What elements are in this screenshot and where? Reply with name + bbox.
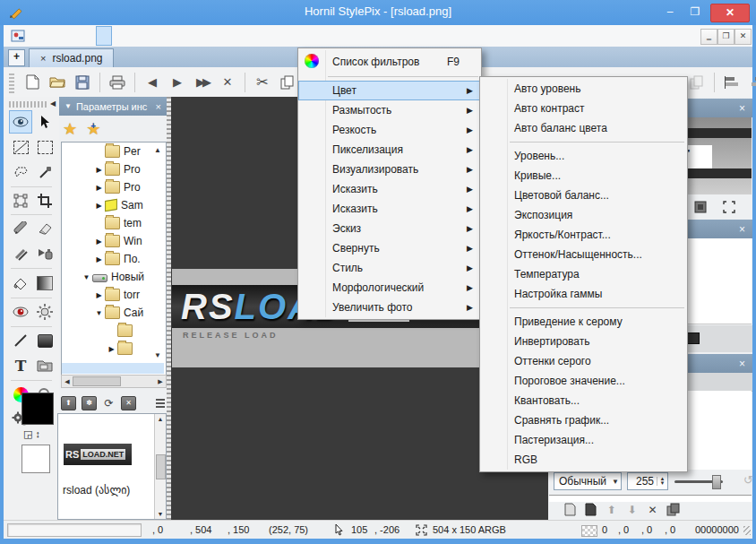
- tree-scroll-down-icon[interactable]: ▼: [154, 351, 161, 359]
- shape-tool-icon[interactable]: [34, 330, 56, 351]
- save-icon[interactable]: [72, 72, 93, 93]
- histogram-close-icon[interactable]: ×: [739, 223, 745, 236]
- menu-bar-item[interactable]: [48, 27, 63, 45]
- select-tool-icon[interactable]: [34, 111, 56, 133]
- lasso-tool-icon[interactable]: [10, 161, 31, 183]
- tree-expand-icon[interactable]: ▶: [94, 255, 104, 263]
- tree-item[interactable]: ▼ Новый: [62, 268, 166, 286]
- print-icon[interactable]: [107, 72, 128, 93]
- menu-item[interactable]: Эскиз ▶: [298, 219, 481, 238]
- submenu-item[interactable]: Приведение к серому: [480, 312, 687, 332]
- thumbnail-rsload[interactable]: RS LOAD.NET: [64, 444, 132, 465]
- folder-up-icon[interactable]: ⬆: [61, 396, 76, 410]
- add-favorite-star-icon[interactable]: ★: [86, 119, 100, 139]
- tree-expand-icon[interactable]: ▶: [94, 291, 104, 299]
- scroll-down-icon[interactable]: ▼: [158, 511, 164, 517]
- menu-bar-item[interactable]: [129, 27, 143, 45]
- tree-expand-icon[interactable]: ▶: [94, 202, 104, 210]
- tree-item[interactable]: ▶ torr: [62, 286, 166, 304]
- tree-item[interactable]: ▶: [62, 340, 166, 358]
- tree-item[interactable]: ▶ Pro: [62, 160, 166, 178]
- submenu-item[interactable]: RGB: [480, 450, 687, 470]
- submenu-item[interactable]: Сравнять график...: [480, 410, 687, 430]
- submenu-item[interactable]: Уровень...: [480, 146, 687, 166]
- menu-item[interactable]: Цвет ▶: [298, 81, 481, 100]
- new-layer-icon[interactable]: [563, 502, 578, 517]
- menu-item[interactable]: [298, 73, 481, 81]
- eyedropper-tool-icon[interactable]: [34, 161, 56, 183]
- paste-special-icon[interactable]: [686, 72, 708, 93]
- align-right-icon[interactable]: [746, 72, 756, 93]
- history-back-icon[interactable]: ◀: [142, 72, 163, 93]
- submenu-item[interactable]: Инвертировать: [480, 332, 687, 351]
- tree-item[interactable]: [62, 322, 166, 340]
- fullscreen-icon[interactable]: [718, 197, 740, 217]
- fast-forward-icon[interactable]: ▶▶: [192, 72, 213, 93]
- submenu-item[interactable]: Яркость/Контраст...: [480, 225, 687, 245]
- tree-horizontal-scrollbar[interactable]: ◀ ▶: [61, 375, 167, 388]
- new-tab-button[interactable]: +: [8, 49, 25, 66]
- menu-bar-item[interactable]: [97, 27, 111, 45]
- minimize-button[interactable]: –: [658, 4, 682, 21]
- tree-expand-icon[interactable]: ▶: [107, 345, 116, 353]
- opacity-slider[interactable]: [674, 480, 723, 483]
- submenu-item[interactable]: Оттенки серого: [480, 351, 687, 371]
- stop-close-icon[interactable]: ✕: [217, 72, 238, 93]
- channel-selector[interactable]: [687, 332, 700, 344]
- new-document-icon[interactable]: [21, 72, 43, 93]
- eraser-tool-icon[interactable]: [34, 218, 56, 239]
- open-file-icon[interactable]: [47, 72, 68, 93]
- submenu-item[interactable]: Авто баланс цвета: [480, 118, 687, 138]
- line-tool-icon[interactable]: [10, 330, 31, 351]
- foreground-color-swatch[interactable]: [21, 393, 54, 425]
- parameters-panel-header[interactable]: ▼ Параметры инс ×: [59, 97, 167, 116]
- submenu-item[interactable]: Авто контраст: [480, 99, 687, 118]
- menu-bar-item[interactable]: [64, 27, 79, 45]
- new-fill-layer-icon[interactable]: [583, 502, 598, 517]
- menu-bar-item[interactable]: [145, 27, 159, 45]
- fill-bucket-tool-icon[interactable]: [10, 272, 31, 294]
- rect-select-tool-icon[interactable]: [34, 136, 56, 158]
- navigator-close-icon[interactable]: ×: [739, 102, 745, 115]
- spinner-buttons[interactable]: ▲ ▼: [657, 477, 667, 486]
- menu-bar-item[interactable]: [113, 27, 127, 45]
- maximize-button[interactable]: ❐: [683, 4, 707, 21]
- panel-splitter[interactable]: [167, 97, 171, 520]
- move-layer-up-icon[interactable]: ⬆: [604, 502, 619, 517]
- background-color-swatch[interactable]: [21, 445, 50, 473]
- tree-item[interactable]: Per: [62, 142, 166, 160]
- freeform-select-tool-icon[interactable]: [10, 136, 31, 158]
- submenu-item[interactable]: Квантовать...: [480, 391, 687, 410]
- copy-icon[interactable]: [277, 72, 298, 93]
- scroll-thumb[interactable]: [73, 376, 121, 386]
- tree-item[interactable]: ▶ Pro: [62, 178, 166, 196]
- tree-scroll-up-icon[interactable]: ▲: [154, 146, 161, 154]
- tree-item[interactable]: ▶ Win: [62, 232, 166, 250]
- menu-bar-item[interactable]: [32, 27, 47, 45]
- folder-options-icon[interactable]: ✽: [82, 396, 97, 410]
- mdi-restore-button[interactable]: ❐: [717, 29, 735, 45]
- toolbar-grip[interactable]: [9, 72, 14, 93]
- play-icon[interactable]: ▶: [167, 72, 188, 93]
- resize-grip[interactable]: [743, 526, 751, 535]
- menu-item[interactable]: Исказить ▶: [298, 179, 481, 199]
- red-eye-tool-icon[interactable]: [10, 301, 31, 323]
- browser-menu-icon[interactable]: [156, 399, 165, 408]
- duplicate-layer-icon[interactable]: [666, 502, 681, 517]
- scroll-thumb[interactable]: [156, 454, 166, 479]
- tree-item[interactable]: ▼ Сай: [62, 304, 166, 322]
- menu-item[interactable]: Морфологический ▶: [298, 278, 481, 298]
- menu-bar-item[interactable]: [81, 27, 95, 45]
- menu-item[interactable]: Исказить ▶: [298, 199, 481, 219]
- clone-stamp-tool-icon[interactable]: [34, 243, 56, 264]
- delete-layer-icon[interactable]: ✕: [645, 502, 660, 517]
- slider-handle[interactable]: [712, 475, 721, 489]
- opacity-spinner[interactable]: 255 ▲ ▼: [627, 472, 668, 490]
- reset-icon[interactable]: ↺: [743, 473, 753, 487]
- submenu-item[interactable]: Экспозиция: [480, 205, 687, 225]
- layers-close-icon[interactable]: ×: [739, 358, 745, 370]
- submenu-item[interactable]: Цветовой баланс...: [480, 186, 687, 205]
- scroll-right-icon[interactable]: ▶: [155, 378, 166, 385]
- submenu-item[interactable]: Кривые...: [480, 166, 687, 186]
- text-tool-icon[interactable]: T: [10, 355, 31, 376]
